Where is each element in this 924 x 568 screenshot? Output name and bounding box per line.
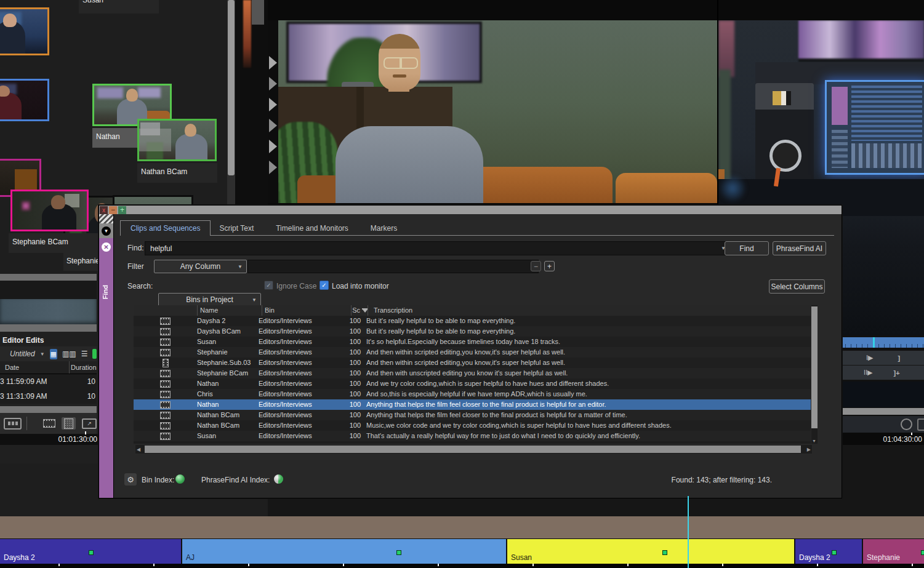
scrub-playhead[interactable]	[873, 337, 875, 348]
motion-effect-icon[interactable]	[43, 419, 55, 428]
timeline-clip[interactable]: Daysha 2	[0, 539, 181, 564]
bin-column-header[interactable]: Bin	[262, 305, 351, 316]
scroll-down-icon[interactable]: ▼	[812, 439, 816, 443]
bin-row[interactable]: 3 11:59:09 AM 10	[0, 374, 97, 389]
tab-markers[interactable]: Markers	[363, 222, 404, 235]
editor-edits-panel: Editor Edits Untitled ▼ ▦ ▥▥ ☰ Date Dura…	[0, 265, 98, 445]
result-row[interactable]: ChrisEditors/Interviews100And so,this is…	[134, 389, 811, 399]
tab-clips-and-sequences[interactable]: Clips and Sequences	[120, 220, 211, 236]
result-row[interactable]: Nathan BCamEditors/Interviews100Music,we…	[134, 420, 811, 431]
scroll-left-icon[interactable]: ◀	[137, 447, 140, 452]
source-timecode: 01:01:30:00	[58, 435, 97, 444]
tab-script-text[interactable]: Script Text	[212, 222, 261, 235]
playhead[interactable]	[688, 496, 689, 568]
result-row[interactable]: SusanEditors/Interviews100That's actuall…	[134, 431, 811, 441]
panel-divider-bar[interactable]	[0, 324, 97, 332]
select-columns-button[interactable]: Select Columns	[769, 279, 825, 294]
clip-icon	[160, 380, 171, 388]
play-to-out-icon[interactable]: II▶	[864, 369, 873, 377]
clip-preview-band	[0, 299, 97, 324]
filter-icon[interactable]	[362, 308, 368, 313]
drag-handle[interactable]	[99, 214, 113, 223]
text-view-button[interactable]: ▦	[50, 349, 57, 359]
timeline-clip[interactable]: Susan	[507, 539, 794, 564]
result-row-selected[interactable]: NathanEditors/Interviews100Anything that…	[134, 399, 811, 410]
person-torso	[335, 126, 483, 203]
clip-gang-icon[interactable]	[4, 418, 22, 430]
result-row[interactable]: StephanieEditors/Interviews100And then w…	[134, 347, 811, 358]
search-scope-select[interactable]: Bins in Project▼	[158, 293, 261, 306]
result-row[interactable]: Stephanie.Sub.03Editors/Interviews100And…	[134, 358, 811, 368]
bin-thumbnail[interactable]	[0, 79, 49, 121]
bin-thumbnail[interactable]	[10, 190, 89, 231]
collapse-icon[interactable]: ▼	[102, 226, 111, 236]
frame-view-button[interactable]: ▥▥	[62, 350, 76, 358]
phrasefind-ai-button[interactable]: PhraseFind AI	[773, 241, 826, 255]
panel-divider-bar[interactable]	[0, 406, 97, 413]
record-icon[interactable]	[901, 418, 912, 430]
tab-timeline-and-monitors[interactable]: Timeline and Monitors	[268, 222, 356, 235]
ignore-case-checkbox[interactable]: ✓	[264, 281, 273, 290]
scroll-right-icon[interactable]: ▶	[807, 447, 811, 452]
result-row[interactable]: Daysha BCamEditors/Interviews100But it's…	[134, 326, 811, 337]
zoom-button[interactable]: +	[118, 206, 126, 214]
go-to-out-icon[interactable]: ]+	[894, 369, 900, 377]
result-row[interactable]: Stephanie BCamEditors/Interviews100And t…	[134, 368, 811, 378]
transcription-column-header[interactable]: Transcription	[368, 305, 811, 316]
table-hscrollbar[interactable]: ◀ ▶	[135, 445, 812, 454]
bin-clip-label[interactable]: Stephanie BCam	[9, 233, 101, 253]
find-window-titlebar[interactable]: x − +	[99, 206, 842, 214]
ruler-tick	[153, 564, 155, 566]
video-track: Daysha 2 AJ Susan Daysha 2 Stephanie	[0, 539, 924, 564]
play-from-in-icon[interactable]: I▶	[866, 354, 874, 362]
chevron-down-icon[interactable]: ▼	[40, 351, 45, 357]
gear-icon[interactable]: ⚙	[124, 473, 137, 486]
duration-column-header[interactable]: Duration	[71, 364, 97, 371]
bin-column-headers: Date Duration	[0, 361, 97, 374]
timeline-clip[interactable]: Stephanie	[863, 539, 924, 564]
bin-clip-label[interactable]: Nathan BCam	[137, 163, 217, 183]
name-column-header[interactable]: Name	[197, 305, 262, 316]
bin-thumbnail[interactable]	[0, 7, 49, 55]
add-filter-button[interactable]: +	[544, 261, 555, 271]
script-view-button[interactable]: ☰	[81, 350, 88, 358]
result-row[interactable]: SusanEditors/Interviews100It's so helpfu…	[134, 337, 811, 347]
score-column-header[interactable]: Sc	[351, 305, 368, 316]
ruler-tick	[58, 564, 60, 566]
find-button[interactable]: Find	[725, 241, 769, 255]
dissolve-icon[interactable]	[62, 417, 76, 430]
minimize-button[interactable]: −	[109, 206, 117, 214]
load-into-monitor-checkbox[interactable]: ✓	[319, 281, 329, 290]
filter-column-select[interactable]: Any Column▼	[154, 260, 247, 273]
find-side-tab[interactable]: Find	[102, 285, 109, 299]
table-hscrollbar-thumb[interactable]	[145, 446, 801, 453]
result-row[interactable]: Nathan BCamEditors/Interviews100Anything…	[134, 410, 811, 420]
date-column-header[interactable]: Date	[5, 364, 19, 371]
result-row[interactable]: Daysha 2Editors/Interviews100But it's re…	[134, 316, 811, 326]
ruler-tick	[532, 564, 534, 566]
close-button[interactable]: x	[100, 206, 108, 214]
panel-divider-bar[interactable]	[0, 274, 97, 281]
bin-row[interactable]: 3 11:31:09 AM 10	[0, 389, 97, 404]
lock-icon[interactable]	[92, 349, 97, 359]
bin-scrollbar-thumb[interactable]	[228, 0, 235, 175]
mark-out-icon[interactable]: ]	[898, 354, 901, 362]
filter-input[interactable]	[247, 260, 539, 273]
remove-filter-button[interactable]: −	[531, 261, 541, 271]
timeline-clip[interactable]: Daysha 2	[795, 539, 862, 564]
source-monitor[interactable]	[268, 0, 717, 205]
timeline-track-spacer[interactable]	[0, 516, 924, 540]
ruler-tick	[248, 564, 249, 566]
timeline-clip[interactable]: AJ	[182, 539, 506, 564]
result-row[interactable]: NathanEditors/Interviews100And we try co…	[134, 378, 811, 389]
effect-icon[interactable]	[917, 418, 924, 431]
timeline-ruler[interactable]	[0, 564, 924, 568]
bin-preset-select[interactable]: Untitled	[10, 350, 35, 358]
bin-thumbnail[interactable]	[137, 119, 217, 161]
close-circle-icon[interactable]: ✕	[102, 242, 111, 252]
bin-clip-label[interactable]: Susan	[79, 0, 159, 14]
find-input[interactable]: helpful ▼	[145, 241, 731, 255]
table-vscrollbar[interactable]: ▼	[811, 305, 818, 444]
effect-mode-icon[interactable]: ↗	[82, 418, 97, 429]
table-vscrollbar-thumb[interactable]	[811, 306, 818, 428]
